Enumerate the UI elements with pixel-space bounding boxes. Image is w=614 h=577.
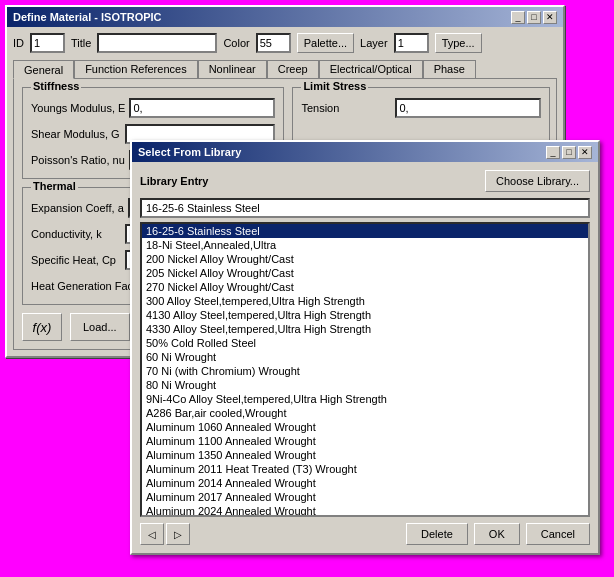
- list-item[interactable]: Aluminum 2024 Annealed Wrought: [142, 504, 588, 517]
- library-nav-forward-button[interactable]: ▷: [166, 523, 190, 545]
- tabs-row: General Function References Nonlinear Cr…: [13, 59, 557, 78]
- youngs-modulus-label: Youngs Modulus, E: [31, 102, 125, 114]
- id-input[interactable]: [30, 33, 65, 53]
- layer-input[interactable]: [394, 33, 429, 53]
- layer-label: Layer: [360, 37, 388, 49]
- list-item[interactable]: 60 Ni Wrought: [142, 350, 588, 364]
- library-nav-buttons: ◁ ▷: [140, 523, 190, 545]
- library-list[interactable]: 16-25-6 Stainless Steel18-Ni Steel,Annea…: [140, 222, 590, 517]
- color-label: Color: [223, 37, 249, 49]
- id-label: ID: [13, 37, 24, 49]
- list-item[interactable]: 50% Cold Rolled Steel: [142, 336, 588, 350]
- maximize-button[interactable]: □: [527, 11, 541, 24]
- main-title-bar: Define Material - ISOTROPIC _ □ ✕: [7, 7, 563, 27]
- specific-heat-label: Specific Heat, Cp: [31, 254, 121, 266]
- load-button[interactable]: Load...: [70, 313, 130, 341]
- thermal-label: Thermal: [31, 180, 78, 192]
- palette-button[interactable]: Palette...: [297, 33, 354, 53]
- stiffness-label: Stiffness: [31, 80, 81, 92]
- minimize-button[interactable]: _: [511, 11, 525, 24]
- list-item[interactable]: 16-25-6 Stainless Steel: [142, 224, 588, 238]
- library-nav-back-button[interactable]: ◁: [140, 523, 164, 545]
- library-header-row: Library Entry Choose Library...: [140, 170, 590, 192]
- conductivity-label: Conductivity, k: [31, 228, 121, 240]
- list-item[interactable]: Aluminum 2014 Annealed Wrought: [142, 476, 588, 490]
- list-item[interactable]: 70 Ni (with Chromium) Wrought: [142, 364, 588, 378]
- main-dialog-title: Define Material - ISOTROPIC: [13, 11, 162, 23]
- youngs-modulus-input[interactable]: [129, 98, 275, 118]
- library-action-buttons: Delete OK Cancel: [406, 523, 590, 545]
- list-item[interactable]: Aluminum 2011 Heat Treated (T3) Wrought: [142, 462, 588, 476]
- library-dialog-title: Select From Library: [138, 146, 241, 158]
- fx-button[interactable]: f(x): [22, 313, 62, 341]
- library-title-bar: Select From Library _ □ ✕: [132, 142, 598, 162]
- close-button[interactable]: ✕: [543, 11, 557, 24]
- list-item[interactable]: 205 Nickel Alloy Wrought/Cast: [142, 266, 588, 280]
- tension-input[interactable]: [395, 98, 541, 118]
- list-item[interactable]: 270 Nickel Alloy Wrought/Cast: [142, 280, 588, 294]
- expansion-coeff-label: Expansion Coeff, a: [31, 202, 124, 214]
- tab-creep[interactable]: Creep: [267, 60, 319, 79]
- list-item[interactable]: 4330 Alloy Steel,tempered,Ultra High Str…: [142, 322, 588, 336]
- title-label: Title: [71, 37, 91, 49]
- youngs-modulus-row: Youngs Modulus, E: [31, 98, 275, 118]
- id-row: ID Title Color Palette... Layer Type...: [13, 33, 557, 53]
- library-title-buttons: _ □ ✕: [546, 146, 592, 159]
- poisson-label: Poisson's Ratio, nu: [31, 154, 125, 166]
- tab-electrical[interactable]: Electrical/Optical: [319, 60, 423, 79]
- list-item[interactable]: Aluminum 1350 Annealed Wrought: [142, 448, 588, 462]
- list-item[interactable]: A286 Bar,air cooled,Wrought: [142, 406, 588, 420]
- list-item[interactable]: 18-Ni Steel,Annealed,Ultra: [142, 238, 588, 252]
- library-ok-button[interactable]: OK: [474, 523, 520, 545]
- heat-generation-label: Heat Generation Fact: [31, 280, 136, 292]
- library-content: Library Entry Choose Library... 16-25-6 …: [132, 162, 598, 553]
- choose-library-button[interactable]: Choose Library...: [485, 170, 590, 192]
- tab-nonlinear[interactable]: Nonlinear: [198, 60, 267, 79]
- list-item[interactable]: 4130 Alloy Steel,tempered,Ultra High Str…: [142, 308, 588, 322]
- library-entry-label: Library Entry: [140, 175, 208, 187]
- tab-function-references[interactable]: Function References: [74, 60, 198, 79]
- library-dialog: Select From Library _ □ ✕ Library Entry …: [130, 140, 600, 555]
- tab-phase[interactable]: Phase: [423, 60, 476, 79]
- lib-minimize-button[interactable]: _: [546, 146, 560, 159]
- list-item[interactable]: 80 Ni Wrought: [142, 378, 588, 392]
- list-item[interactable]: Aluminum 1100 Annealed Wrought: [142, 434, 588, 448]
- lib-close-button[interactable]: ✕: [578, 146, 592, 159]
- shear-modulus-label: Shear Modulus, G: [31, 128, 121, 140]
- list-item[interactable]: 9Ni-4Co Alloy Steel,tempered,Ultra High …: [142, 392, 588, 406]
- title-input[interactable]: [97, 33, 217, 53]
- tab-general[interactable]: General: [13, 60, 74, 79]
- main-title-buttons: _ □ ✕: [511, 11, 557, 24]
- list-item[interactable]: 300 Alloy Steel,tempered,Ultra High Stre…: [142, 294, 588, 308]
- library-bottom-row: ◁ ▷ Delete OK Cancel: [140, 523, 590, 545]
- type-button[interactable]: Type...: [435, 33, 482, 53]
- list-item[interactable]: Aluminum 1060 Annealed Wrought: [142, 420, 588, 434]
- list-item[interactable]: 200 Nickel Alloy Wrought/Cast: [142, 252, 588, 266]
- list-item[interactable]: Aluminum 2017 Annealed Wrought: [142, 490, 588, 504]
- tension-label: Tension: [301, 102, 391, 114]
- tension-row: Tension: [301, 98, 541, 118]
- library-delete-button[interactable]: Delete: [406, 523, 468, 545]
- lib-maximize-button[interactable]: □: [562, 146, 576, 159]
- library-search-input[interactable]: [140, 198, 590, 218]
- limit-stress-label: Limit Stress: [301, 80, 368, 92]
- library-cancel-button[interactable]: Cancel: [526, 523, 590, 545]
- color-input[interactable]: [256, 33, 291, 53]
